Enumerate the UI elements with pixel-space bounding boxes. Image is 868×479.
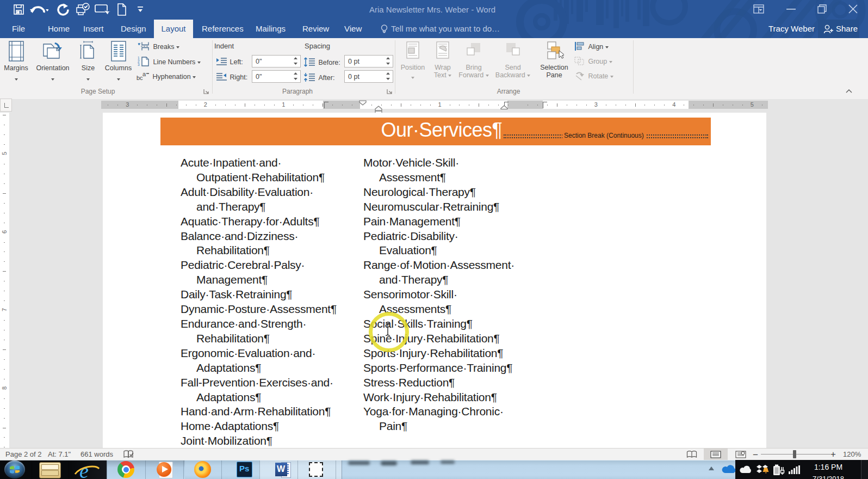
svg-text:a: a — [142, 71, 146, 77]
svg-text:3: 3 — [138, 63, 140, 66]
